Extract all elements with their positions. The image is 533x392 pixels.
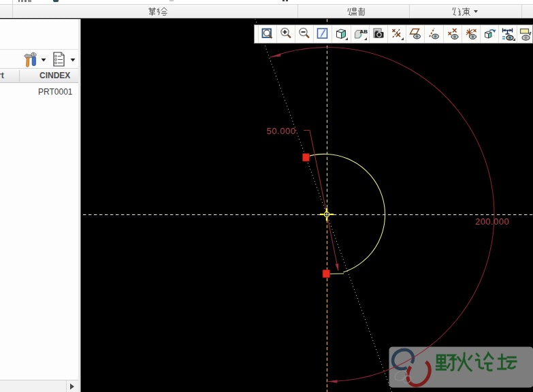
- svg-text:AB: AB: [359, 29, 368, 35]
- svg-text:50.000: 50.000: [267, 126, 296, 136]
- svg-text:200.000: 200.000: [475, 216, 509, 227]
